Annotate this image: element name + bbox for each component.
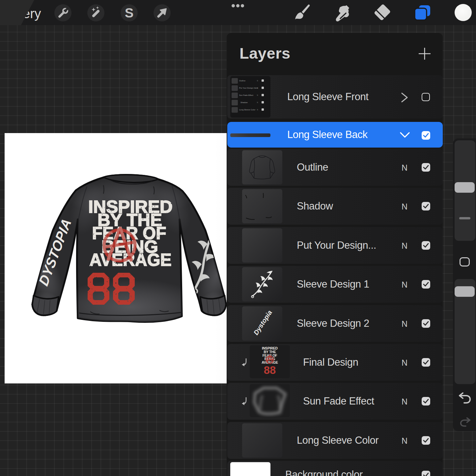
svg-text:S: S [125,6,134,20]
